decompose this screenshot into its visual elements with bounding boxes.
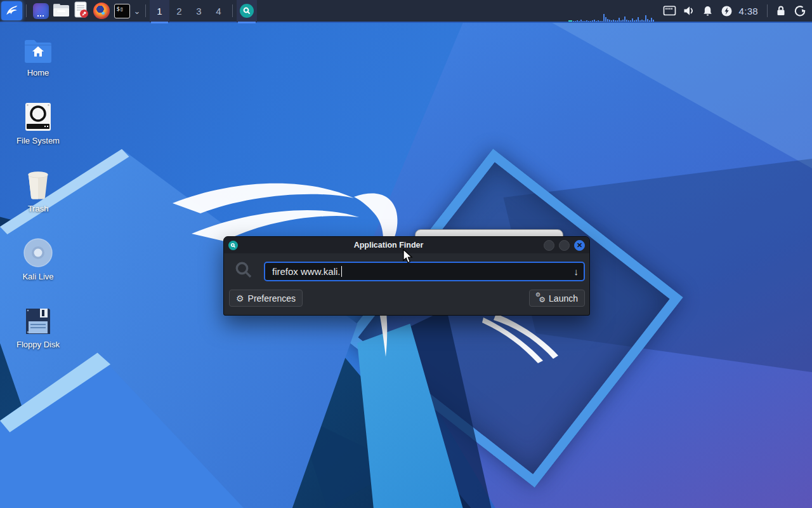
cpu-graph-bar [594, 20, 595, 22]
desktop-icon-home[interactable]: Home [6, 33, 70, 94]
desktop-icon-file-system[interactable]: File System [6, 101, 70, 162]
cpu-graph-bar [582, 21, 584, 22]
volume-icon[interactable] [679, 0, 698, 22]
firefox-icon [93, 3, 110, 19]
cpu-graph-bar [584, 21, 586, 22]
panel-separator [767, 4, 768, 17]
cpu-graph-bar [590, 21, 591, 22]
window-app-launcher[interactable] [30, 1, 51, 21]
panel-separator [145, 4, 146, 17]
preferences-label: Preferences [248, 293, 296, 304]
cpu-graph-bar [592, 20, 593, 22]
cpu-graph-bar [573, 21, 574, 22]
terminal-launcher[interactable]: $▯ [112, 1, 132, 21]
workspace-4[interactable]: 4 [209, 0, 228, 22]
cpu-graph-bar [598, 20, 599, 22]
power-manager-icon[interactable] [717, 0, 737, 22]
cpu-graph-bar [580, 20, 582, 22]
search-input-value: firefox www.kali. [272, 266, 341, 277]
home-folder-icon [23, 33, 53, 64]
cpu-graph-bar [632, 18, 633, 22]
window-app-icon [33, 3, 49, 19]
text-editor-launcher[interactable] [71, 1, 91, 21]
gear-icon: ⚙ [236, 294, 244, 303]
cpu-graph-bar [588, 21, 589, 22]
search-icon [234, 260, 253, 282]
app-finder-window-icon [228, 241, 238, 250]
cpu-graph-bar [601, 21, 603, 22]
desktop-icon-trash[interactable]: Trash [6, 169, 70, 230]
display-icon[interactable] [660, 0, 679, 22]
desktop-icon-floppy-disk[interactable]: Floppy Disk [6, 305, 70, 366]
file-manager-icon [53, 3, 70, 19]
arrow-down-icon[interactable]: ↓ [574, 266, 579, 277]
cpu-graph-bar [622, 20, 624, 22]
cpu-graph-bar [641, 20, 643, 22]
cpu-graph-bar [609, 20, 610, 22]
cpu-graph-bar [636, 20, 637, 22]
cpu-graph-bar [639, 20, 641, 22]
lock-icon[interactable] [771, 0, 790, 22]
floppy-disk-icon [25, 305, 51, 335]
window-title: Application Finder [238, 241, 539, 250]
preferences-button[interactable]: ⚙ Preferences [229, 290, 303, 307]
hard-drive-icon [25, 101, 51, 131]
button-row: ⚙ Preferences ⚙⚙ Launch [224, 282, 589, 307]
cpu-graph[interactable] [568, 0, 654, 22]
application-finder-window: Application Finder ✕ firefox www.kali. ↓ [223, 236, 590, 316]
cpu-graph-bar [638, 17, 639, 22]
desktop-icon-kali-live[interactable]: Kali Live [6, 237, 70, 298]
notifications-bell-icon[interactable] [698, 0, 717, 22]
cpu-graph-bar [611, 20, 612, 22]
desktop-screen: $▯ ⌄ 1 2 3 4 [0, 0, 812, 508]
kali-dragon-icon [5, 3, 19, 19]
file-manager-launcher[interactable] [51, 1, 71, 21]
text-caret [341, 266, 342, 277]
cpu-graph-bar [630, 20, 631, 22]
desktop-icon-label: Kali Live [22, 272, 53, 281]
gears-icon: ⚙⚙ [536, 293, 545, 303]
cpu-graph-bar [653, 20, 654, 22]
cpu-graph-bar [628, 20, 629, 22]
launch-button[interactable]: ⚙⚙ Launch [529, 290, 585, 307]
mouse-cursor [402, 249, 414, 264]
panel-separator [26, 4, 27, 17]
desktop-icon-label: File System [16, 136, 60, 145]
taskbar-app-finder-button[interactable] [237, 0, 257, 22]
cpu-graph-bar [613, 20, 614, 22]
app-finder-icon [240, 4, 254, 18]
cpu-graph-bar [579, 21, 580, 22]
cpu-graph-bar [615, 20, 616, 22]
cpu-graph-bar [645, 15, 646, 22]
workspace-2[interactable]: 2 [169, 0, 189, 22]
search-input[interactable]: firefox www.kali. ↓ [264, 262, 585, 281]
clock[interactable]: 4:38 [739, 6, 758, 17]
cpu-graph-bar [607, 19, 608, 22]
cpu-graph-bar [620, 20, 622, 22]
maximize-button[interactable] [559, 240, 570, 251]
trash-can-icon [25, 169, 51, 199]
desktop-icon-label: Trash [28, 204, 49, 213]
cpu-graph-bar [577, 20, 578, 22]
workspace-3[interactable]: 3 [189, 0, 209, 22]
cpu-graph-bar [586, 20, 587, 22]
terminal-icon: $▯ [114, 4, 130, 18]
workspace-switcher: 1 2 3 4 [150, 0, 228, 22]
applications-menu-button[interactable] [1, 1, 22, 20]
top-panel: $▯ ⌄ 1 2 3 4 [0, 0, 812, 23]
close-button[interactable]: ✕ [574, 240, 585, 251]
terminal-dropdown-chevron[interactable]: ⌄ [133, 6, 141, 16]
cpu-graph-bar [647, 19, 648, 22]
cpu-graph-bar [599, 21, 601, 22]
cpu-graph-bar [619, 18, 620, 22]
cpu-graph-bar [649, 20, 650, 22]
cpu-graph-bar [568, 20, 572, 22]
cpu-graph-bar [605, 17, 606, 22]
launch-label: Launch [549, 293, 578, 304]
minimize-button[interactable] [544, 240, 554, 251]
desktop-wallpaper: Home File System [0, 23, 812, 508]
logout-icon[interactable] [790, 0, 809, 22]
workspace-1[interactable]: 1 [150, 0, 169, 22]
firefox-launcher[interactable] [91, 1, 112, 21]
cpu-graph-bar [575, 21, 576, 22]
